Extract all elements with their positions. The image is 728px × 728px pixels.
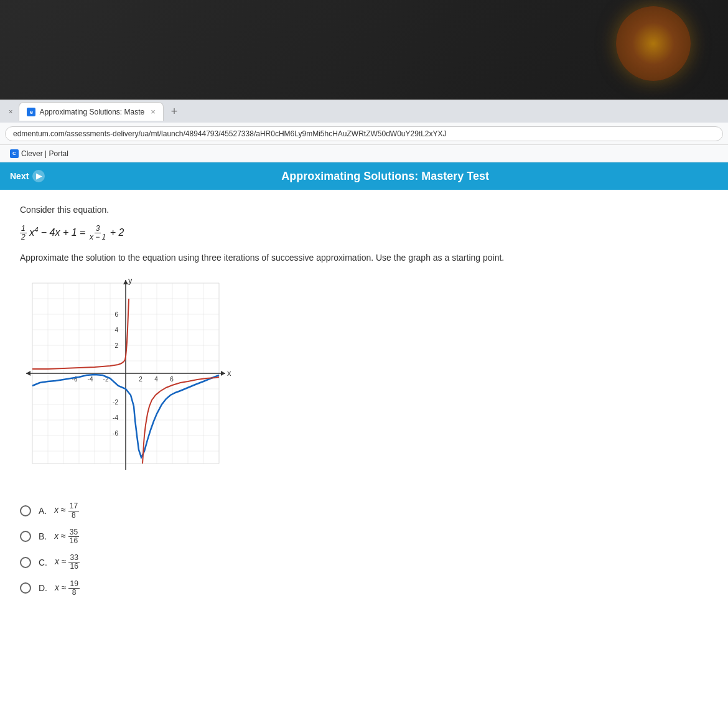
- svg-text:x: x: [227, 368, 231, 378]
- svg-text:2: 2: [114, 342, 118, 349]
- tab-bar: × e Approximating Solutions: Maste × +: [0, 100, 728, 123]
- svg-marker-29: [221, 371, 225, 376]
- answer-choice-d[interactable]: D. x ≈ 19 8: [20, 580, 708, 597]
- next-label: Next: [10, 171, 29, 181]
- equation: 1 2 x4 − 4x + 1 = 3 x − 1 + 2: [20, 225, 708, 241]
- radio-b[interactable]: [20, 531, 31, 542]
- decoration-circle: [616, 6, 691, 81]
- active-tab[interactable]: e Approximating Solutions: Maste ×: [19, 102, 163, 121]
- answer-choice-a[interactable]: A. x ≈ 17 8: [20, 502, 708, 519]
- question-intro: Consider this equation.: [20, 205, 708, 215]
- answer-choices: A. x ≈ 17 8 B. x ≈ 35 16: [20, 502, 708, 597]
- svg-text:-6: -6: [113, 430, 118, 437]
- tab-close-x[interactable]: ×: [5, 108, 16, 115]
- radio-a[interactable]: [20, 505, 31, 516]
- tab-favicon: e: [27, 108, 35, 116]
- bookmarks-bar: C Clever | Portal: [0, 145, 728, 162]
- top-bar: [0, 0, 728, 100]
- svg-marker-45: [26, 371, 30, 376]
- choice-label-c: C.: [39, 558, 47, 567]
- svg-text:-4: -4: [88, 376, 93, 383]
- clever-favicon: C: [10, 149, 19, 158]
- radio-c[interactable]: [20, 557, 31, 568]
- answer-choice-c[interactable]: C. x ≈ 33 16: [20, 554, 708, 571]
- svg-text:6: 6: [114, 311, 118, 318]
- main-content: Consider this equation. 1 2 x4 − 4x + 1 …: [0, 190, 728, 728]
- graph-svg: x y -6 -4 -2 2 4 6 6 4 2 -2 -4 -6: [20, 277, 231, 476]
- tab-label: Approximating Solutions: Maste: [39, 108, 144, 116]
- choice-value-b: x ≈ 35 16: [54, 528, 79, 545]
- choice-label-d: D.: [39, 583, 47, 593]
- page-title: Approximating Solutions: Mastery Test: [52, 170, 718, 183]
- choice-value-c: x ≈ 33 16: [55, 554, 80, 571]
- app-header: Next ▶ Approximating Solutions: Mastery …: [0, 162, 728, 190]
- graph-container: x y -6 -4 -2 2 4 6 6 4 2 -2 -4 -6: [20, 277, 231, 476]
- browser-chrome: × e Approximating Solutions: Maste × + e…: [0, 100, 728, 162]
- svg-text:4: 4: [114, 327, 118, 334]
- answer-choice-b[interactable]: B. x ≈ 35 16: [20, 528, 708, 545]
- svg-text:-2: -2: [113, 399, 118, 406]
- tab-close-button[interactable]: ×: [151, 107, 156, 116]
- svg-text:-4: -4: [113, 414, 118, 421]
- choice-label-b: B.: [39, 531, 47, 541]
- choice-label-a: A.: [39, 506, 47, 516]
- svg-text:6: 6: [170, 376, 174, 383]
- address-bar: edmentum.com/assessments-delivery/ua/mt/…: [0, 123, 728, 145]
- choice-value-a: x ≈ 17 8: [54, 502, 79, 519]
- svg-text:4: 4: [154, 376, 158, 383]
- svg-marker-30: [123, 280, 128, 284]
- bookmark-label: Clever | Portal: [21, 149, 68, 158]
- bookmark-clever[interactable]: C Clever | Portal: [5, 148, 73, 159]
- url-input[interactable]: edmentum.com/assessments-delivery/ua/mt/…: [5, 126, 723, 141]
- radio-d[interactable]: [20, 582, 31, 594]
- choice-value-d: x ≈ 19 8: [55, 580, 80, 597]
- instruction-text: Approximate the solution to the equation…: [20, 251, 708, 264]
- svg-text:2: 2: [139, 376, 142, 383]
- new-tab-button[interactable]: +: [166, 105, 183, 118]
- next-arrow-icon: ▶: [32, 170, 45, 182]
- next-button[interactable]: Next ▶: [10, 170, 45, 182]
- svg-text:y: y: [128, 277, 133, 285]
